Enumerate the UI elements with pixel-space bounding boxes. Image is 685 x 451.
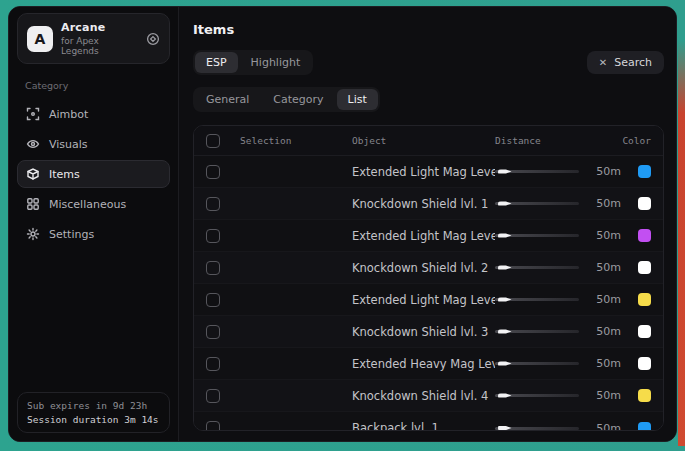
session-duration-text: Session duration 3m 14s <box>27 414 160 425</box>
visuals-eye-icon <box>26 137 40 151</box>
distance-value: 50m <box>579 261 625 274</box>
sidebar-item-visuals[interactable]: Visuals <box>17 130 170 158</box>
color-swatch[interactable] <box>638 229 651 242</box>
toolbar: ESPHighlight ✕ Search <box>193 50 664 75</box>
column-distance: Distance <box>495 135 579 146</box>
color-swatch[interactable] <box>638 197 651 210</box>
aimbot-crosshair-icon <box>26 107 40 121</box>
color-swatch[interactable] <box>638 165 651 178</box>
tab-category[interactable]: Category <box>262 89 334 110</box>
row-checkbox[interactable] <box>206 197 220 211</box>
table-body: Extended Light Mag Level 2 50m Knockdown… <box>194 156 663 431</box>
object-name: Extended Light Mag Level 2 <box>352 165 495 179</box>
tab-esp[interactable]: ESP <box>195 52 238 73</box>
view-tab-group: GeneralCategoryList <box>193 87 380 112</box>
object-name: Knockdown Shield lvl. 2 <box>352 261 495 275</box>
brand-subtitle: for Apex Legends <box>61 36 138 56</box>
table-row: Extended Heavy Mag Level 1 50m <box>194 348 663 380</box>
search-button[interactable]: ✕ Search <box>587 51 664 74</box>
tab-list[interactable]: List <box>337 89 378 110</box>
mode-tab-group: ESPHighlight <box>193 50 313 75</box>
row-checkbox[interactable] <box>206 229 220 243</box>
object-name: Knockdown Shield lvl. 4 <box>352 389 495 403</box>
distance-value: 50m <box>579 197 625 210</box>
row-checkbox[interactable] <box>206 421 220 431</box>
distance-slider[interactable] <box>495 197 579 211</box>
distance-value: 50m <box>579 422 625 432</box>
object-name: Backpack lvl. 1 <box>352 421 495 431</box>
object-name: Knockdown Shield lvl. 3 <box>352 325 495 339</box>
distance-slider[interactable] <box>495 421 579 431</box>
distance-value: 50m <box>579 325 625 338</box>
color-swatch[interactable] <box>638 422 651 432</box>
distance-value: 50m <box>579 389 625 402</box>
table-row: Extended Light Mag Level 4 50m <box>194 284 663 316</box>
distance-value: 50m <box>579 293 625 306</box>
distance-slider[interactable] <box>495 389 579 403</box>
brand-title: Arcane <box>61 21 138 34</box>
game-backdrop: A Arcane for Apex Legends Category Aimbo… <box>0 0 685 451</box>
object-name: Extended Heavy Mag Level 1 <box>352 357 495 371</box>
sidebar-item-settings[interactable]: Settings <box>17 220 170 248</box>
row-checkbox[interactable] <box>206 357 220 371</box>
column-color: Color <box>579 135 651 146</box>
distance-value: 50m <box>579 229 625 242</box>
row-checkbox[interactable] <box>206 389 220 403</box>
sidebar-nav: Aimbot Visuals Items Miscellaneous Setti… <box>9 98 178 250</box>
search-button-label: Search <box>614 56 652 69</box>
distance-slider[interactable] <box>495 165 579 179</box>
sub-expires-text: Sub expires in 9d 23h <box>27 400 160 411</box>
discord-icon[interactable] <box>146 32 160 46</box>
row-checkbox[interactable] <box>206 293 220 307</box>
select-all-checkbox[interactable] <box>206 134 220 148</box>
session-info-card: Sub expires in 9d 23h Session duration 3… <box>17 392 170 433</box>
object-name: Knockdown Shield lvl. 1 <box>352 197 495 211</box>
row-checkbox[interactable] <box>206 261 220 275</box>
distance-slider[interactable] <box>495 293 579 307</box>
distance-slider[interactable] <box>495 261 579 275</box>
color-swatch[interactable] <box>638 261 651 274</box>
arcane-menu-window: A Arcane for Apex Legends Category Aimbo… <box>8 6 677 442</box>
table-header: Selection Object Distance Color <box>194 126 663 156</box>
table-row: Knockdown Shield lvl. 3 50m <box>194 316 663 348</box>
row-checkbox[interactable] <box>206 165 220 179</box>
sidebar-item-aimbot[interactable]: Aimbot <box>17 100 170 128</box>
category-label: Category <box>25 80 178 91</box>
distance-slider[interactable] <box>495 357 579 371</box>
brand-card: A Arcane for Apex Legends <box>17 13 170 64</box>
distance-slider[interactable] <box>495 325 579 339</box>
table-row: Knockdown Shield lvl. 2 50m <box>194 252 663 284</box>
brand-logo: A <box>27 26 53 52</box>
tab-general[interactable]: General <box>195 89 260 110</box>
close-icon: ✕ <box>599 57 607 68</box>
sidebar: A Arcane for Apex Legends Category Aimbo… <box>9 7 179 441</box>
slider-thumb[interactable] <box>498 425 512 431</box>
settings-gear-icon <box>26 227 40 241</box>
column-object: Object <box>352 135 495 146</box>
items-table: Selection Object Distance Color Extended… <box>193 125 664 431</box>
object-name: Extended Light Mag Level 4 <box>352 293 495 307</box>
distance-value: 50m <box>579 357 625 370</box>
color-swatch[interactable] <box>638 325 651 338</box>
items-box-icon <box>26 167 40 181</box>
sidebar-item-miscellaneous[interactable]: Miscellaneous <box>17 190 170 218</box>
sidebar-item-items[interactable]: Items <box>17 160 170 188</box>
table-row: Backpack lvl. 1 50m <box>194 412 663 431</box>
column-selection: Selection <box>240 135 352 146</box>
miscellaneous-grid-icon <box>26 197 40 211</box>
row-checkbox[interactable] <box>206 325 220 339</box>
color-swatch[interactable] <box>638 357 651 370</box>
distance-value: 50m <box>579 165 625 178</box>
table-row: Knockdown Shield lvl. 4 50m <box>194 380 663 412</box>
table-row: Extended Light Mag Level 3 50m <box>194 220 663 252</box>
object-name: Extended Light Mag Level 3 <box>352 229 495 243</box>
distance-slider[interactable] <box>495 229 579 243</box>
table-row: Extended Light Mag Level 2 50m <box>194 156 663 188</box>
main-panel: Items ESPHighlight ✕ Search GeneralCateg… <box>179 7 676 441</box>
backdrop-red-edge <box>678 40 685 446</box>
color-swatch[interactable] <box>638 293 651 306</box>
page-title: Items <box>193 22 664 37</box>
table-row: Knockdown Shield lvl. 1 50m <box>194 188 663 220</box>
color-swatch[interactable] <box>638 389 651 402</box>
tab-highlight[interactable]: Highlight <box>240 52 312 73</box>
